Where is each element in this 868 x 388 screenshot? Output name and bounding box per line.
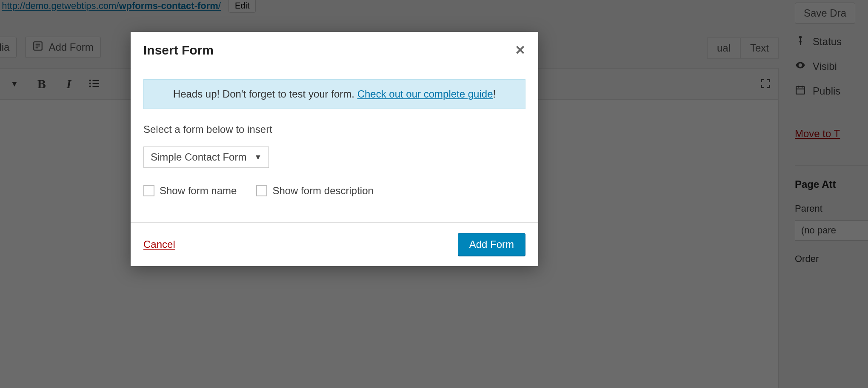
insert-form-modal: Insert Form ✕ Heads up! Don't forget to … [131, 32, 538, 266]
modal-footer: Cancel Add Form [131, 222, 538, 266]
show-form-description-checkbox[interactable]: Show form description [256, 185, 373, 197]
checkbox-box [256, 185, 267, 196]
form-select[interactable]: Simple Contact Form ▼ [143, 147, 269, 168]
notice-trail: ! [493, 88, 496, 100]
form-select-value: Simple Contact Form [151, 151, 246, 163]
modal-header: Insert Form ✕ [131, 32, 538, 67]
notice-banner: Heads up! Don't forget to test your form… [143, 79, 525, 109]
checkbox-box [143, 185, 154, 196]
select-form-label: Select a form below to insert [143, 124, 525, 135]
checkbox-row: Show form name Show form description [143, 185, 525, 197]
show-form-name-label: Show form name [160, 185, 237, 197]
show-form-name-checkbox[interactable]: Show form name [143, 185, 237, 197]
close-icon[interactable]: ✕ [515, 44, 525, 57]
chevron-down-icon: ▼ [254, 153, 262, 162]
add-form-submit-button[interactable]: Add Form [458, 233, 525, 256]
notice-guide-link[interactable]: Check out our complete guide [357, 88, 493, 100]
notice-text: Heads up! Don't forget to test your form… [173, 88, 357, 100]
modal-title: Insert Form [143, 43, 214, 57]
cancel-button[interactable]: Cancel [143, 239, 175, 250]
modal-body: Heads up! Don't forget to test your form… [131, 67, 538, 222]
show-form-description-label: Show form description [272, 185, 373, 197]
